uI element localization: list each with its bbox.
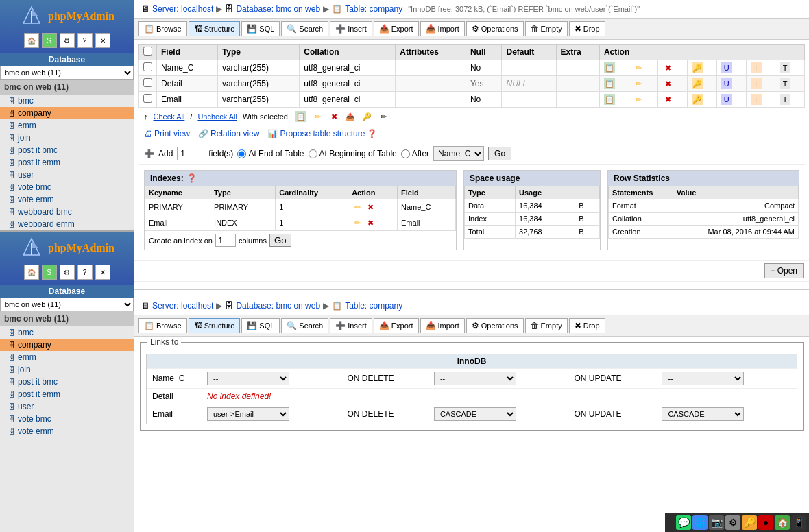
sidebar-item-company[interactable]: 🗄company	[0, 107, 134, 119]
db-link-1[interactable]: Database: bmc on web	[236, 4, 320, 14]
row-check-1[interactable]	[143, 62, 152, 71]
add-field-count[interactable]	[177, 147, 204, 160]
browse-action-1[interactable]: 📋	[604, 62, 615, 73]
primary-action-2[interactable]: 🔑	[692, 78, 703, 89]
sidebar2-item-postitbmc[interactable]: 🗄post it bmc	[0, 376, 134, 388]
propose-link[interactable]: 📊 Propose table structure ❓	[267, 129, 377, 138]
drop-btn-1[interactable]: ✖ Drop	[569, 21, 605, 36]
bulk-delete-icon[interactable]: ✖	[328, 111, 339, 122]
delete-action-1[interactable]: ✖	[662, 62, 673, 73]
indexes-help-icon[interactable]: ❓	[186, 173, 197, 183]
export-btn-1[interactable]: 📤 Export	[374, 21, 419, 36]
db-select[interactable]: bmc on web (11)	[0, 66, 134, 80]
more-action-3[interactable]: T	[780, 94, 790, 105]
email-on-update-select[interactable]: CASCADE -- SET NULL NO ACTION RESTRICT	[662, 407, 744, 421]
primary-action-3[interactable]: 🔑	[692, 94, 703, 105]
insert-btn-1[interactable]: ➕ Insert	[330, 21, 372, 36]
sidebar2-item-postitemm[interactable]: 🗄post it emm	[0, 388, 134, 400]
sidebar-item-webboardbmc[interactable]: 🗄webboard bmc	[0, 206, 134, 218]
sql-icon-btn[interactable]: S	[42, 33, 57, 48]
index-action-3[interactable]: I	[751, 94, 762, 105]
taskbar-settings-icon[interactable]: ⚙	[725, 515, 740, 530]
operations-btn-2[interactable]: ⚙ Operations	[466, 318, 524, 333]
browse-btn-2[interactable]: 📋 Browse	[138, 318, 187, 333]
exit-icon-btn[interactable]: ✕	[95, 33, 110, 48]
index-action-2[interactable]: I	[751, 78, 762, 89]
empty-btn-1[interactable]: 🗑 Empty	[525, 21, 568, 36]
sidebar-item-postitbmc[interactable]: 🗄post it bmc	[0, 144, 134, 156]
add-go-btn[interactable]: Go	[488, 147, 511, 160]
sidebar-item-join[interactable]: 🗄join	[0, 132, 134, 144]
empty-btn-2[interactable]: 🗑 Empty	[525, 318, 568, 333]
edit-action-2[interactable]: ✏	[633, 78, 644, 89]
import-btn-1[interactable]: 📥 Import	[420, 21, 465, 36]
export-btn-2[interactable]: 📤 Export	[374, 318, 419, 333]
namec-on-delete-select[interactable]: -- CASCADE SET NULL NO ACTION RESTRICT	[434, 372, 516, 385]
check-all-checkbox[interactable]	[143, 47, 152, 56]
db-link-2[interactable]: Database: bmc on web	[236, 301, 320, 311]
insert-btn-2[interactable]: ➕ Insert	[330, 318, 372, 333]
taskbar-camera-icon[interactable]: 📷	[709, 515, 724, 530]
uncheck-all-link[interactable]: Uncheck All	[197, 112, 237, 121]
index-columns-input[interactable]	[215, 234, 236, 247]
unique-action-3[interactable]: U	[721, 94, 732, 105]
index-action-1[interactable]: I	[751, 62, 762, 73]
email-fk-select[interactable]: user->Email -- user->Name_C	[207, 407, 289, 421]
settings-icon-btn-2[interactable]: ⚙	[60, 265, 75, 280]
taskbar-red-icon[interactable]: ●	[758, 515, 773, 530]
drop-btn-2[interactable]: ✖ Drop	[569, 318, 605, 333]
sidebar-item-bmc[interactable]: 🗄bmc	[0, 95, 134, 107]
search-btn-1[interactable]: 🔍 Search	[281, 21, 328, 36]
index-delete-2[interactable]: ✖	[365, 217, 376, 228]
browse-btn-1[interactable]: 📋 Browse	[138, 21, 187, 36]
more-action-2[interactable]: T	[780, 78, 790, 89]
bulk-browse-icon[interactable]: 📋	[295, 111, 306, 122]
server-link-2[interactable]: Server: localhost	[152, 301, 213, 311]
sidebar-item-user[interactable]: 🗄user	[0, 169, 134, 181]
at-end-label[interactable]: At End of Table	[237, 149, 304, 158]
bulk-edit-icon[interactable]: ✏	[312, 111, 323, 122]
at-end-radio[interactable]	[237, 149, 246, 158]
sidebar-item-votebmc[interactable]: 🗄vote bmc	[0, 181, 134, 193]
relation-view-link[interactable]: 🔗 Relation view	[198, 129, 259, 138]
bulk-export-icon[interactable]: 📤	[345, 111, 356, 122]
row-check-3[interactable]	[143, 94, 152, 103]
sidebar2-item-company[interactable]: 🗄company	[0, 339, 134, 351]
sidebar-item-emm[interactable]: 🗄emm	[0, 119, 134, 132]
structure-btn-2[interactable]: 🏗 Structure	[189, 318, 241, 333]
table-link-1[interactable]: Table: company	[345, 4, 402, 14]
import-btn-2[interactable]: 📥 Import	[420, 318, 465, 333]
sidebar-item-voteemm[interactable]: 🗄vote emm	[0, 193, 134, 206]
after-radio[interactable]	[401, 149, 410, 158]
sidebar2-item-user[interactable]: 🗄user	[0, 400, 134, 413]
edit-action-1[interactable]: ✏	[633, 62, 644, 73]
sql-icon-btn-2[interactable]: S	[42, 265, 57, 280]
index-edit-2[interactable]: ✏	[352, 217, 363, 228]
email-on-delete-select[interactable]: CASCADE -- SET NULL NO ACTION RESTRICT	[434, 407, 516, 421]
browse-action-3[interactable]: 📋	[604, 94, 615, 105]
help-icon-btn[interactable]: ?	[77, 33, 93, 48]
server-link-1[interactable]: Server: localhost	[152, 4, 213, 14]
edit-action-3[interactable]: ✏	[633, 94, 644, 105]
index-edit-1[interactable]: ✏	[352, 202, 363, 213]
row-check-2[interactable]	[143, 78, 152, 87]
namec-fk-select[interactable]: -- user->Email user->Name_C	[207, 372, 289, 385]
sidebar-item-postitemm[interactable]: 🗄post it emm	[0, 156, 134, 169]
index-delete-1[interactable]: ✖	[365, 202, 376, 213]
more-action-1[interactable]: T	[780, 62, 790, 73]
print-view-link[interactable]: 🖨 Print view	[144, 129, 190, 138]
delete-action-2[interactable]: ✖	[662, 78, 673, 89]
unique-action-1[interactable]: U	[721, 62, 732, 73]
structure-btn-1[interactable]: 🏗 Structure	[189, 21, 241, 36]
taskbar-messages-icon[interactable]: 💬	[676, 515, 691, 530]
taskbar-home-icon[interactable]: 🏠	[775, 515, 790, 530]
settings-icon-btn[interactable]: ⚙	[60, 33, 75, 48]
browse-action-2[interactable]: 📋	[604, 78, 615, 89]
sidebar2-item-emm[interactable]: 🗄emm	[0, 351, 134, 363]
sidebar2-item-join[interactable]: 🗄join	[0, 363, 134, 376]
home-icon-btn-2[interactable]: 🏠	[24, 265, 39, 280]
at-beginning-radio[interactable]	[309, 149, 317, 158]
home-icon-btn[interactable]: 🏠	[24, 33, 39, 48]
exit-icon-btn-2[interactable]: ✕	[95, 265, 110, 280]
taskbar-key-icon[interactable]: 🔑	[742, 515, 757, 530]
